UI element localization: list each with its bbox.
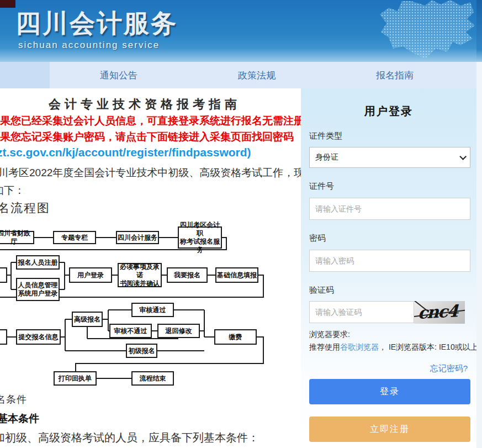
conditions-heading: 名条件 [0, 393, 27, 406]
forgot-password-link[interactable]: 忘记密码? [430, 363, 468, 374]
findpassword-link[interactable]: zt.sc.gov.cn/kj/account/register/findpas… [0, 146, 251, 159]
flow-box: 提交报名信息 [16, 329, 61, 345]
browser-req-prefix: 推荐使用 [309, 342, 340, 351]
basic-conditions-heading: 基本条件 [0, 412, 39, 426]
browser-requirements-title: 浏览器要求: [309, 330, 350, 340]
id-type-select[interactable]: 身份证 [309, 147, 470, 168]
article-paragraph: 川考区2022年度全国会计专业技术中初级、高级资格考试工作，现将 [0, 166, 301, 180]
flow-box: 缴费 [214, 329, 257, 345]
nav-tab-policies[interactable]: 政策法规 [188, 62, 326, 88]
article-area: 会计专业技术资格报考指南 果您已经采集过会计人员信息，可直接登录系统进行报名无需… [0, 88, 301, 448]
flow-box-clipped [0, 329, 7, 345]
captcha-image[interactable]: cnc4 [414, 301, 465, 324]
flow-box: 基础信息填报 [215, 267, 258, 283]
article-title: 会计专业技术资格报考指南 [0, 96, 289, 113]
chrome-browser-link[interactable]: 谷歌浏览器 [340, 342, 379, 351]
nav-tab-home[interactable]: 首页 [0, 62, 50, 88]
flow-box: 四川会计服务 [116, 231, 159, 244]
site-logo-title: 四川会计服务 [15, 7, 178, 41]
flow-box: 退回修改 [157, 324, 200, 338]
notice-text-2: 果您忘记采集账户密码，请点击下面链接进入采集页面找回密码 [0, 130, 294, 144]
password-label: 密码 [309, 233, 326, 244]
flow-box: 我要报名 [167, 267, 208, 283]
flow-box: 打印回执单 [54, 371, 97, 386]
flowchart-heading: 名流程图 [0, 200, 50, 217]
registration-flowchart: 四川省财政厅 专题专栏 四川会计服务 四川考区会计职 称考试报名服务 报名人员注… [0, 226, 301, 392]
flow-box: 审核不通过 [109, 324, 152, 338]
login-panel-title: 用户登录 [301, 104, 476, 119]
flow-box: 初级报名 [126, 344, 157, 358]
nav-tab-guide[interactable]: 报名指南 [326, 62, 464, 88]
password-input[interactable] [309, 250, 470, 272]
page: 四川会计服务 sichuan accounting service 首页 通知公… [0, 0, 482, 448]
login-button[interactable]: 登录 [309, 379, 470, 404]
notice-text-1: 果您已经采集过会计人员信息，可直接登录系统进行报名无需注册 [0, 114, 301, 128]
flow-box: 四川省财政厅 [0, 231, 34, 244]
site-header: 四川会计服务 sichuan accounting service [0, 0, 482, 62]
page-right-gutter [476, 0, 482, 448]
browser-req-suffix: ， IE浏览器版本: IE10或以上; [379, 342, 480, 351]
page-right-gutter-header [476, 0, 482, 62]
id-type-label: 证件类型 [309, 131, 342, 141]
captcha-input[interactable] [309, 301, 414, 323]
flow-box: 人员信息管理 系统用户登录 [16, 278, 60, 301]
flow-box: 用户登录 [69, 267, 112, 283]
id-type-value: 身份证 [315, 152, 338, 162]
flow-box: 专题专栏 [53, 231, 96, 244]
flow-box: 审核通过 [131, 303, 174, 317]
nav-tab-notices[interactable]: 通知公告 [50, 62, 188, 88]
article-paragraph-cont: 如下： [0, 183, 25, 198]
flow-box: 报名人员注册 [16, 255, 60, 270]
flow-box: 四川考区会计职 称考试报名服务 [178, 226, 222, 249]
register-button[interactable]: 立即注册 [309, 417, 470, 442]
flow-box-clipped [0, 267, 7, 283]
corner-decoration [0, 0, 15, 8]
id-number-input[interactable] [309, 198, 470, 220]
main-nav: 首页 通知公告 政策法规 报名指南 [0, 62, 482, 88]
login-panel: 用户登录 证件类型 身份证 证件号 密码 验证码 cnc4 浏览器要求: 推荐使… [301, 88, 476, 448]
sichuan-map-graphic [342, 0, 482, 62]
conditions-paragraph: 加初级、高级资格考试的人员，应具备下列基本条件： [0, 430, 259, 445]
browser-requirements-text: 推荐使用谷歌浏览器， IE浏览器版本: IE10或以上; [309, 342, 480, 352]
captcha-label: 验证码 [309, 285, 334, 296]
chevron-down-icon [459, 153, 467, 160]
site-logo-subtitle: sichuan accounting service [18, 40, 160, 51]
flow-box: 流程结束 [131, 371, 174, 386]
id-number-label: 证件号 [309, 181, 334, 192]
flow-box: 高级报名 [72, 312, 103, 327]
flow-box: 必读事项及承诺 书阅读并确认 [118, 263, 162, 287]
